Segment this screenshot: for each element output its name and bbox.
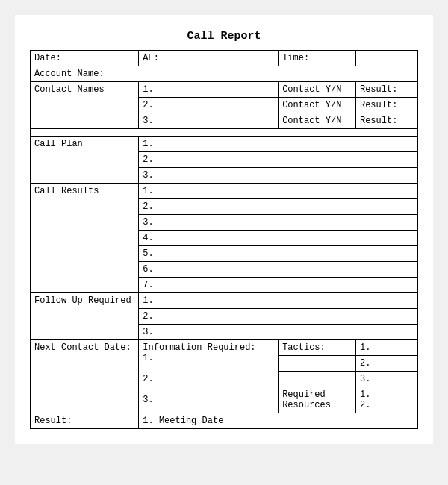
follow-up-1: 1. <box>139 293 418 309</box>
page-title: Call Report <box>30 30 418 43</box>
row-contact-1: Contact Names 1. Contact Y/N Result: <box>31 82 418 98</box>
tactics-2-empty <box>279 356 356 372</box>
row-call-results-1: Call Results 1. <box>31 184 418 199</box>
account-name-label: Account Name: <box>31 66 418 82</box>
contact-names-label: Contact Names <box>31 82 139 129</box>
date-label: Date: <box>31 51 139 66</box>
row-date-ae-time: Date: AE: Time: <box>31 51 418 66</box>
call-plan-1: 1. <box>139 137 418 152</box>
time-label: Time: <box>279 51 356 66</box>
call-plan-2: 2. <box>139 152 418 168</box>
call-results-label: Call Results <box>31 184 139 293</box>
tactics-3-empty <box>279 372 356 387</box>
contact-2-name: 2. <box>139 98 279 113</box>
follow-up-3: 3. <box>139 325 418 340</box>
contact-3-name: 3. <box>139 113 279 129</box>
meeting-date-label: 1. Meeting Date <box>139 413 418 429</box>
tactics-1: 1. <box>355 340 417 356</box>
row-account-name: Account Name: <box>31 66 418 82</box>
call-report-table: Date: AE: Time: Account Name: Contact Na… <box>30 50 418 429</box>
info-2: 2. <box>143 374 153 384</box>
tactics-2: 2. <box>355 356 417 372</box>
row-call-plan-1: Call Plan 1. <box>31 137 418 152</box>
next-contact-label: Next Contact Date: <box>31 340 139 413</box>
row-next-contact-header: Next Contact Date: Information Required:… <box>31 340 418 356</box>
row-result-bottom: Result: 1. Meeting Date <box>31 413 418 429</box>
row-spacer-1 <box>31 129 418 137</box>
info-3: 3. <box>143 395 153 405</box>
ae-label: AE: <box>139 51 279 66</box>
call-plan-label: Call Plan <box>31 137 139 184</box>
call-results-6: 6. <box>139 262 418 278</box>
info-required-section: Information Required: 1. 2. 3. <box>139 340 279 413</box>
contact-3-yn: Contact Y/N <box>279 113 356 129</box>
call-results-1: 1. <box>139 184 418 199</box>
required-resources-label: Required Resources <box>279 387 356 413</box>
spacer-1 <box>31 129 418 137</box>
info-1: 1. <box>143 353 153 363</box>
tactics-label: Tactics: <box>279 340 356 356</box>
call-plan-3: 3. <box>139 168 418 184</box>
follow-up-label: Follow Up Required <box>31 293 139 340</box>
follow-up-2: 2. <box>139 309 418 325</box>
call-results-2: 2. <box>139 199 418 215</box>
contact-2-result: Result: <box>355 98 417 113</box>
contact-2-yn: Contact Y/N <box>279 98 356 113</box>
page: Call Report Date: AE: Time: Account Name… <box>15 15 433 444</box>
contact-1-yn: Contact Y/N <box>279 82 356 98</box>
call-results-7: 7. <box>139 278 418 293</box>
required-resources-items: 1.2. <box>355 387 417 413</box>
contact-1-result: Result: <box>355 82 417 98</box>
info-required-label: Information Required: <box>143 342 255 353</box>
contact-1-name: 1. <box>139 82 279 98</box>
result-bottom-label: Result: <box>31 413 139 429</box>
call-results-5: 5. <box>139 246 418 262</box>
tactics-3: 3. <box>355 372 417 387</box>
contact-3-result: Result: <box>355 113 417 129</box>
call-results-4: 4. <box>139 231 418 246</box>
row-follow-up-1: Follow Up Required 1. <box>31 293 418 309</box>
time-value <box>355 51 417 66</box>
call-results-3: 3. <box>139 215 418 231</box>
